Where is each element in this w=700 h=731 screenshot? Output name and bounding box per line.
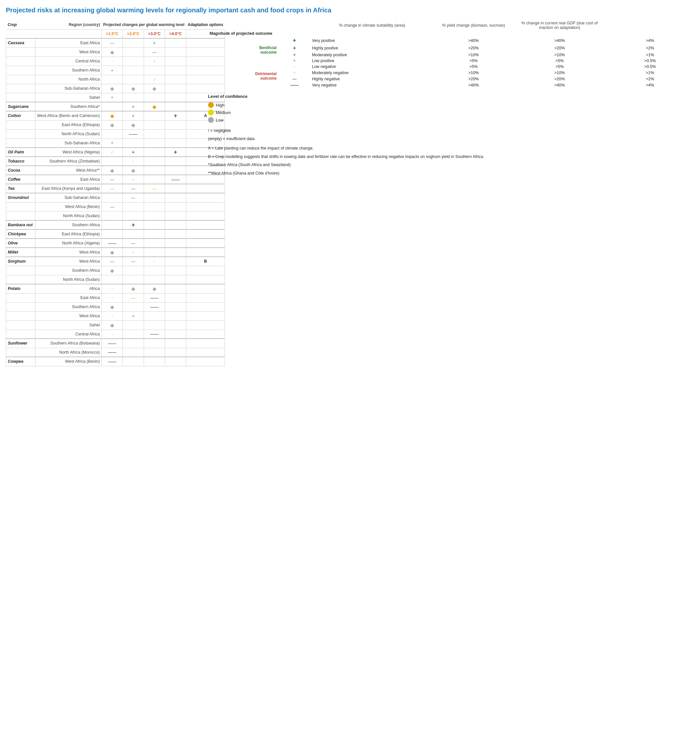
- legend-magnitude-title-row: Magnitude of projected outcome: [208, 31, 694, 37]
- temp-col-4-cell: [165, 339, 186, 348]
- main-title: Projected risks at increasing global war…: [6, 6, 694, 14]
- col-region-header: Region (country): [35, 20, 102, 29]
- temp-col-2-cell: —: [123, 184, 144, 193]
- region-cell: West Africa (Nigeria): [35, 148, 102, 157]
- col-crop-header: Crop: [6, 20, 35, 29]
- region-cell: West Africa: [35, 257, 102, 266]
- temp-col-1-cell: ——: [101, 239, 123, 248]
- legend-c2: >40%: [513, 82, 606, 88]
- crop-cell: [6, 129, 35, 138]
- temp-col-2-cell: ——: [123, 129, 144, 138]
- temp-col-4-cell: [165, 229, 186, 239]
- temp-col-2-cell: +: [123, 102, 144, 111]
- confidence-item: Low: [208, 117, 694, 123]
- table-row: North Africa (Sudan)-: [6, 211, 225, 220]
- adapt-cell: [186, 330, 225, 339]
- legend-c2: >5%: [513, 64, 606, 70]
- temp-col-1-cell: —: [101, 184, 123, 193]
- confidence-label: Medium: [216, 110, 231, 115]
- temp-col-4-cell: [165, 330, 186, 339]
- table-row: Oil PalmWest Africa (Nigeria)/++: [6, 148, 225, 157]
- temp-col-4-cell: [165, 157, 186, 166]
- temp-col-3-cell: [144, 193, 165, 202]
- legend-label: Highly negative: [310, 76, 434, 82]
- legend-c2: >5%: [513, 58, 606, 64]
- legend-row: +Highly positive>20%>20%>2%: [208, 44, 694, 52]
- temp-col-2-cell: ◆: [123, 120, 144, 129]
- crop-cell: [6, 211, 35, 220]
- temp-col-4-cell: [165, 302, 186, 311]
- legend-sym: ——: [279, 82, 310, 88]
- legend-mag-title-cell: [208, 20, 310, 31]
- region-cell: West Africa (Benin): [35, 202, 102, 211]
- legend-header-row: % change in climate suitability (area) %…: [208, 20, 694, 31]
- region-cell: Central Africa: [35, 57, 102, 66]
- region-cell: North Africa (Algeria): [35, 239, 102, 248]
- temp-col-1-cell: -: [101, 293, 123, 302]
- temp-col-3-cell: [144, 157, 165, 166]
- region-cell: East Africa: [35, 38, 102, 47]
- table-row: Sahel+: [6, 93, 225, 102]
- temp-col-2-cell: [123, 330, 144, 339]
- confidence-label: Low: [216, 117, 224, 123]
- region-cell: West Africa (Benin): [35, 357, 102, 366]
- temp-col-4-cell: [165, 293, 186, 302]
- legend-label: Very negative: [310, 82, 434, 88]
- table-row: Sub-Saharan Africa◆◆◆: [6, 84, 225, 93]
- temp-col-2-cell: +: [123, 220, 144, 229]
- crop-cell: Millet: [6, 248, 35, 257]
- temp-col-3-cell: [144, 66, 165, 75]
- temp-col-4-cell: [165, 66, 186, 75]
- legend-sym: -: [279, 70, 310, 76]
- temp-col-3-cell: [144, 275, 165, 284]
- region-cell: East Africa (Ethiopia): [35, 229, 102, 239]
- crop-cell: [6, 202, 35, 211]
- legend-sym: +: [279, 52, 310, 58]
- legend-note: / = negligible: [208, 128, 694, 134]
- legend-row: Benificialoutcome+Very positive>40%>40%>…: [208, 37, 694, 44]
- adapt-cell: [186, 302, 225, 311]
- table-row: CocoaWest Africa**◆◆: [6, 166, 225, 175]
- legend-footnote: **West Africa (Ghana and Côte d'Ivoire): [208, 171, 694, 176]
- table-row: TobaccoSouthern Africa (Zimbabwe)-: [6, 157, 225, 166]
- legend-col1-header: % change in climate suitability (area): [310, 20, 434, 31]
- temp-col-1-cell: ◆: [101, 320, 123, 330]
- legend-label: Very positive: [310, 37, 434, 44]
- header-row-1: Crop Region (country) Projected changes …: [6, 20, 225, 29]
- region-cell: Sub-Saharan Africa: [35, 138, 102, 148]
- temp-col-3-cell: [144, 339, 165, 348]
- table-row: Sahel◆: [6, 320, 225, 330]
- region-cell: Africa: [35, 284, 102, 293]
- proj-header: Projected changes per global warming lev…: [101, 20, 186, 29]
- table-row: Sub-Saharan Africa+: [6, 138, 225, 148]
- temp-col-2-cell: —: [123, 293, 144, 302]
- legend-row: +Low positive>5%>5%>0.5%: [208, 58, 694, 64]
- crop-cell: [6, 320, 35, 330]
- temp-col-2-cell: [123, 275, 144, 284]
- region-cell: Sub-Saharan Africa: [35, 193, 102, 202]
- temp-col-3-cell: [144, 320, 165, 330]
- col-t3-header: >3.0°C: [144, 29, 165, 38]
- crop-cell: Groundnut: [6, 193, 35, 202]
- crop-cell: Cocoa: [6, 166, 35, 175]
- region-cell: East Africa (Kenya and Uganda): [35, 184, 102, 193]
- crop-cell: [6, 302, 35, 311]
- table-row: Bambara nutSouthern Africa+: [6, 220, 225, 229]
- temp-col-3-cell: [144, 348, 165, 357]
- legend-c2: >20%: [513, 44, 606, 52]
- legend-c2: >40%: [513, 37, 606, 44]
- temp-col-4-cell: +: [165, 111, 186, 120]
- region-cell: Southern Africa: [35, 66, 102, 75]
- temp-col-3-cell: [144, 129, 165, 138]
- proj-title-label: Projected changes per global warming lev…: [103, 22, 184, 27]
- legend-c2: >10%: [513, 52, 606, 58]
- temp-col-1-cell: +: [101, 66, 123, 75]
- legend-c3: >0.5%: [606, 58, 694, 64]
- right-section: % change in climate suitability (area) %…: [198, 20, 694, 179]
- temp-col-3-cell: [144, 248, 165, 257]
- legend-label: Moderately negative: [310, 70, 434, 76]
- legend-c3: >4%: [606, 37, 694, 44]
- region-cell: Sahel: [35, 320, 102, 330]
- adapt-cell: [186, 184, 225, 193]
- temp-col-3-cell: [144, 239, 165, 248]
